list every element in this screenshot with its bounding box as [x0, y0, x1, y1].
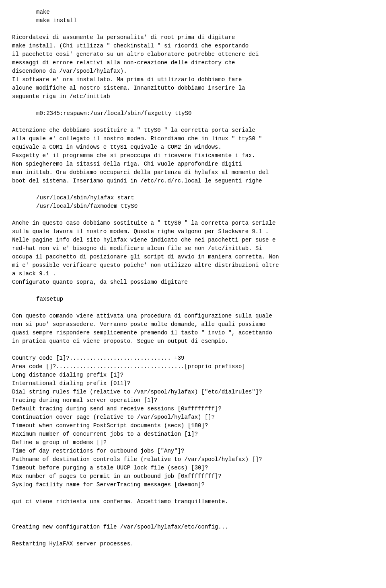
text-line: Faxgetty e' il programma che si preoccup…: [12, 152, 374, 160]
text-line: a slack 9.1 .: [12, 270, 374, 278]
text-line: Non spiegheremo la sitassi della riga. C…: [12, 160, 374, 168]
text-line: Area code []?...........................…: [12, 363, 374, 371]
text-line: Maximum number of concurrent jobs to a d…: [12, 430, 374, 438]
text-line: seguente riga in /etc/inittab: [12, 92, 374, 101]
text-line: make install: [36, 16, 374, 25]
text-line: Anche in questo caso dobbiamo sostituite…: [12, 219, 374, 227]
text-line: /usr/local/sbin/hylafax start: [36, 194, 374, 202]
text-line: mi e' possible verificare questo poiche'…: [12, 261, 374, 270]
text-line: alcune modifiche al nostro sistema. Inna…: [12, 84, 374, 92]
text-line: [12, 303, 374, 312]
text-line: Timeout before purging a stale UUCP lock…: [12, 464, 374, 472]
text-line: [12, 118, 374, 126]
text-line: Creating new configuration file /var/spo…: [12, 523, 374, 531]
text-line: il pacchetto cosi' generato su un altro …: [12, 50, 374, 59]
text-line: in pratica quanto ci viene proposto. Seg…: [12, 337, 374, 346]
text-line: [12, 185, 374, 194]
text-line: Configurato quanto sopra, da shell possi…: [12, 278, 374, 287]
text-line: make: [36, 8, 374, 16]
text-line: Dial string rules file (relative to /var…: [12, 388, 374, 396]
text-line: alla quale e' collegato il nostro modem.…: [12, 135, 374, 143]
text-line: quasi sempre rispondere semplicemente pr…: [12, 329, 374, 337]
text-line: [12, 489, 374, 498]
text-line: Pathname of destination controls file (r…: [12, 455, 374, 464]
text-line: Country code [1]?.......................…: [12, 354, 374, 363]
text-line: Timeout when converting PostScript docum…: [12, 422, 374, 430]
text-line: Attenzione che dobbiamo sostituire a " t…: [12, 126, 374, 135]
text-line: Nelle pagine info del sito hylafax viene…: [12, 236, 374, 244]
text-line: Define a group of modems []?: [12, 438, 374, 447]
text-line: non si puo' soprassedere. Verranno poste…: [12, 320, 374, 329]
text-line: Time of day restrictions for outbound jo…: [12, 447, 374, 455]
text-line: [12, 531, 374, 540]
text-line: Ricordatevi di assumente la personalita'…: [12, 33, 374, 42]
text-line: Continuation cover page (relative to /va…: [12, 413, 374, 422]
text-line: discendono da /var/spool/hylafax).: [12, 67, 374, 76]
text-line: messaggi di errore relativi alla non-cre…: [12, 59, 374, 67]
text-line: red-hat non vi e' bisogno di modificare …: [12, 244, 374, 253]
text-line: [12, 211, 374, 219]
text-line: man inittab. Ora dobbiamo occuparci dell…: [12, 168, 374, 177]
text-line: [12, 25, 374, 33]
main-content: makemake installRicordatevi di assumente…: [12, 8, 374, 548]
text-line: Syslog facility name for ServerTracing m…: [12, 481, 374, 489]
text-line: qui ci viene richiesta una conferma. Acc…: [12, 498, 374, 506]
text-line: [12, 101, 374, 109]
text-line: [12, 514, 374, 523]
text-line: faxsetup: [36, 295, 374, 303]
text-line: Long distance dialing prefix [1]?: [12, 371, 374, 379]
text-line: equivale a COM1 in windows e ttyS1 equiv…: [12, 143, 374, 152]
text-line: make install. (Chi utilizza " checkinsta…: [12, 42, 374, 50]
text-line: [12, 287, 374, 295]
text-line: Tracing during normal server operation […: [12, 396, 374, 405]
text-line: m0:2345:respawn:/usr/local/sbin/faxgetty…: [36, 109, 374, 118]
text-line: /usr/local/sbin/faxmodem ttyS0: [36, 202, 374, 211]
text-line: [12, 506, 374, 514]
text-line: International dialing prefix [011]?: [12, 379, 374, 388]
text-line: boot del sistema. Inseriamo quindi in /e…: [12, 177, 374, 185]
text-line: occupa il pacchetto di posizionare gli s…: [12, 253, 374, 261]
text-line: sulla quale lavora il nostro modem. Ques…: [12, 227, 374, 236]
text-line: Il software e' ora installato. Ma prima …: [12, 76, 374, 84]
text-line: Max number of pages to permit in an outb…: [12, 472, 374, 481]
text-line: Default tracing during send and receive …: [12, 405, 374, 413]
text-line: [12, 346, 374, 354]
text-line: Con questo comando viene attivata una pr…: [12, 312, 374, 320]
text-line: Restarting HylaFAX server processes.: [12, 540, 374, 548]
